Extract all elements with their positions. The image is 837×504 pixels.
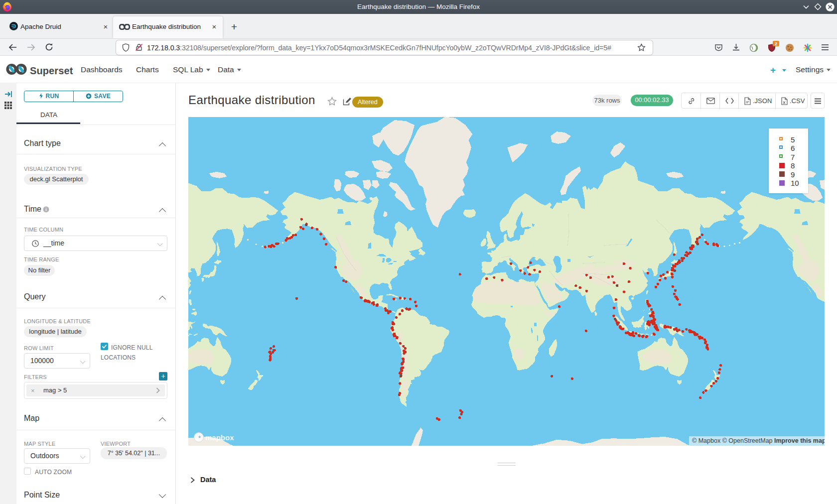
svg-text:mapbox: mapbox [205,433,234,442]
